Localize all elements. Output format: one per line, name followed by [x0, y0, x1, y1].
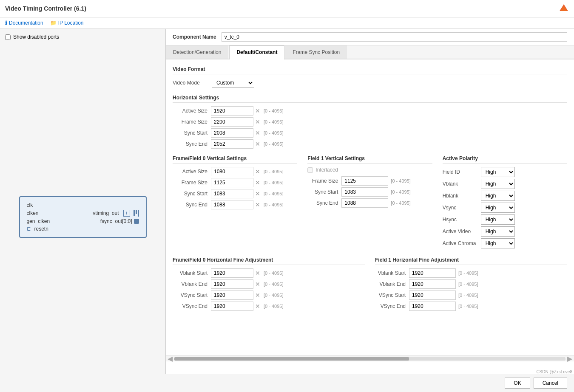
f0-frame-size-row: Frame Size ✕ [0 - 4095]	[173, 178, 297, 187]
h-sync-start-clear[interactable]: ✕	[254, 130, 261, 136]
component-name-input[interactable]	[222, 32, 567, 42]
vtiming-plus-button[interactable]: +	[123, 210, 130, 217]
scroll-area[interactable]: ◀ ▶	[166, 355, 574, 361]
tab-framesync[interactable]: Frame Sync Position	[285, 45, 347, 59]
video-mode-label: Video Mode	[173, 80, 207, 86]
port-clken-label: clken	[27, 210, 39, 216]
f0-vsync-end-row: VSync End ✕ [0 - 4095]	[173, 302, 365, 311]
polarity-active-chroma-row: Active Chroma HighLow	[443, 238, 567, 248]
polarity-active-video-label: Active Video	[443, 228, 481, 234]
polarity-hsync-select[interactable]: HighLow	[481, 214, 515, 225]
polarity-field-id-select[interactable]: HighLow	[481, 167, 515, 177]
wave-bars-icon	[134, 210, 139, 217]
polarity-vsync-select[interactable]: HighLow	[481, 203, 515, 213]
polarity-active-chroma-select[interactable]: HighLow	[481, 238, 515, 248]
field1-vertical-col: Field 1 Vertical Settings Interlaced Fra…	[307, 155, 432, 250]
port-clken-vtiming: clken vtiming_out +	[27, 210, 139, 217]
f0-active-size-input[interactable]	[211, 167, 253, 176]
f0-frame-size-label: Frame Size	[173, 180, 211, 186]
f1-sync-end-row: Sync End [0 - 4095]	[307, 198, 432, 208]
f1-vsync-end-label: VSync End	[375, 303, 409, 309]
field1-fine-title: Field 1 Horizontal Fine Adjustment	[375, 257, 567, 265]
polarity-vsync-label: Vsync	[443, 205, 481, 211]
h-sync-start-input[interactable]	[211, 128, 253, 138]
fsync-connector	[134, 219, 139, 224]
h-sync-end-clear[interactable]: ✕	[254, 141, 261, 147]
f0-frame-size-input[interactable]	[211, 178, 253, 187]
field0-fine-title: Frame/Field 0 Horizontal Fine Adjustment	[173, 257, 365, 265]
port-resetn: resetn	[27, 226, 139, 232]
port-fsync-label: fsync_out[0:0]	[100, 218, 132, 224]
field1-fine-col: Field 1 Horizontal Fine Adjustment Vblan…	[375, 257, 567, 313]
h-sync-end-range: [0 - 4095]	[264, 141, 283, 147]
f0-sync-end-label: Sync End	[173, 202, 211, 208]
show-disabled-row: Show disabled ports	[5, 34, 160, 40]
f1-sync-start-input[interactable]	[341, 187, 388, 197]
field0-vertical-title: Frame/Field 0 Vertical Settings	[173, 155, 297, 164]
f0-sync-start-clear[interactable]: ✕	[254, 190, 261, 197]
h-frame-size-clear[interactable]: ✕	[254, 118, 261, 125]
ok-button[interactable]: OK	[505, 378, 530, 389]
f0-vsync-start-input[interactable]	[211, 290, 253, 300]
polarity-active-chroma-label: Active Chroma	[443, 240, 481, 246]
ip-location-link[interactable]: 📁 IP Location	[50, 20, 84, 26]
polarity-hblank-row: Hblank HighLow	[443, 191, 567, 201]
polarity-hblank-select[interactable]: HighLow	[481, 191, 515, 201]
h-frame-size-label: Frame Size	[173, 119, 211, 125]
field1-vertical-title: Field 1 Vertical Settings	[307, 155, 432, 164]
h-sync-end-row: Sync End ✕ [0 - 4095]	[173, 139, 567, 149]
interlaced-row: Interlaced	[307, 167, 432, 173]
f0-frame-size-clear[interactable]: ✕	[254, 179, 261, 186]
info-icon: ℹ	[5, 20, 7, 26]
folder-icon: 📁	[50, 20, 57, 26]
f0-vblank-start-input[interactable]	[211, 268, 253, 278]
f0-sync-end-clear[interactable]: ✕	[254, 201, 261, 208]
documentation-link[interactable]: ℹ Documentation	[5, 20, 43, 26]
polarity-hsync-row: Hsync HighLow	[443, 214, 567, 225]
f0-active-size-label: Active Size	[173, 169, 211, 175]
h-active-size-label: Active Size	[173, 108, 211, 114]
f1-vblank-end-input[interactable]	[409, 279, 456, 289]
header: Video Timing Controller (6.1)	[0, 0, 574, 17]
f1-vsync-end-input[interactable]	[409, 302, 456, 311]
f1-sync-start-label: Sync Start	[307, 189, 341, 195]
f0-active-size-clear[interactable]: ✕	[254, 168, 261, 175]
tab-detection[interactable]: Detection/Generation	[166, 45, 228, 59]
h-frame-size-input[interactable]	[211, 117, 253, 127]
polarity-vblank-select[interactable]: HighLow	[481, 179, 515, 189]
f0-vblank-end-clear[interactable]: ✕	[254, 281, 261, 288]
f0-vblank-end-input[interactable]	[211, 279, 253, 289]
tab-default[interactable]: Default/Constant	[229, 45, 284, 59]
f0-vsync-start-label: VSync Start	[173, 292, 211, 298]
cancel-button[interactable]: Cancel	[534, 378, 567, 389]
h-sync-start-label: Sync Start	[173, 130, 211, 136]
f1-vblank-start-input[interactable]	[409, 268, 456, 278]
f0-vsync-end-input[interactable]	[211, 302, 253, 311]
resetn-icon	[27, 227, 31, 231]
video-mode-row: Video Mode Custom 1080p60 720p60 480p60	[173, 78, 567, 88]
f1-vblank-end-row: Vblank End [0 - 4095]	[375, 279, 567, 289]
h-sync-end-input[interactable]	[211, 139, 253, 149]
f1-frame-size-input[interactable]	[341, 176, 388, 186]
f0-sync-start-label: Sync Start	[173, 191, 211, 197]
polarity-hblank-label: Hblank	[443, 193, 481, 199]
polarity-active-video-select[interactable]: HighLow	[481, 226, 515, 237]
f0-vblank-start-row: Vblank Start ✕ [0 - 4095]	[173, 268, 365, 278]
f1-vsync-start-input[interactable]	[409, 290, 456, 300]
f1-vblank-start-label: Vblank Start	[375, 270, 409, 276]
f0-vblank-start-clear[interactable]: ✕	[254, 270, 261, 276]
f0-sync-start-input[interactable]	[211, 189, 253, 198]
f1-sync-end-input[interactable]	[341, 198, 388, 208]
f0-vsync-end-clear[interactable]: ✕	[254, 303, 261, 310]
video-mode-select[interactable]: Custom 1080p60 720p60 480p60	[212, 78, 254, 88]
port-clk: clk	[27, 202, 139, 208]
h-sync-end-label: Sync End	[173, 141, 211, 147]
active-polarity-title: Active Polarity	[443, 155, 567, 164]
f0-active-size-row: Active Size ✕ [0 - 4095]	[173, 167, 297, 176]
main-layout: Show disabled ports clk clken vtiming_ou…	[0, 29, 574, 387]
h-active-size-input[interactable]	[211, 106, 253, 116]
h-active-size-clear[interactable]: ✕	[254, 107, 261, 114]
show-disabled-checkbox[interactable]	[5, 34, 11, 40]
f0-vsync-start-clear[interactable]: ✕	[254, 292, 261, 299]
f0-sync-end-input[interactable]	[211, 200, 253, 209]
